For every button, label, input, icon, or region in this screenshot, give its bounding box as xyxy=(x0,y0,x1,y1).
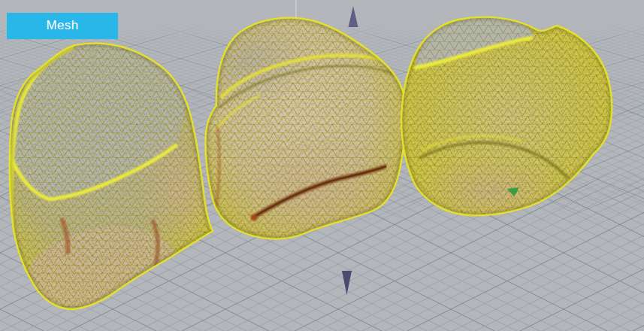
grid-line xyxy=(0,320,644,331)
tooth-mesh-right[interactable] xyxy=(401,17,612,229)
mesh-button[interactable]: Mesh xyxy=(7,13,118,39)
3d-viewport[interactable]: Mesh xyxy=(0,0,644,331)
tooth-middle-red-spot xyxy=(251,214,258,221)
grid-line xyxy=(0,320,644,331)
grid-line xyxy=(0,300,644,331)
viewport-canvas[interactable] xyxy=(0,0,644,331)
grid-line xyxy=(0,320,644,331)
grid-line xyxy=(0,300,644,331)
